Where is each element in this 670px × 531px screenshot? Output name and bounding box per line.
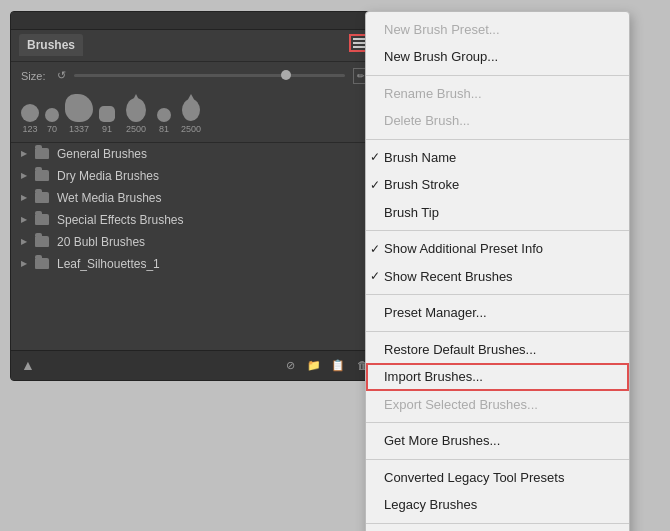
menu-item-import-brushes[interactable]: Import Brushes...	[366, 363, 629, 391]
context-menu: New Brush Preset... New Brush Group... R…	[365, 11, 630, 532]
folder-icon	[35, 258, 49, 269]
brush-shape-4	[99, 106, 115, 122]
brush-preset-4[interactable]: 91	[99, 106, 115, 134]
list-item[interactable]: ▶ Special Effects Brushes	[11, 209, 379, 231]
menu-label: Brush Tip	[384, 203, 439, 223]
list-item[interactable]: ▶ Leaf_Silhouettes_1	[11, 253, 379, 275]
menu-item-get-more-brushes[interactable]: Get More Brushes...	[366, 427, 629, 455]
brush-group-label: Wet Media Brushes	[57, 191, 162, 205]
brush-shape-1	[21, 104, 39, 122]
brush-shape-7	[177, 94, 205, 122]
brush-shape-bottom-icon[interactable]: ▲	[19, 356, 37, 374]
menu-separator	[366, 75, 629, 76]
menu-label: Get More Brushes...	[384, 431, 500, 451]
brush-preset-2[interactable]: 70	[45, 108, 59, 134]
brush-num-4: 91	[102, 124, 112, 134]
menu-label: Restore Default Brushes...	[384, 340, 536, 360]
brush-preset-7[interactable]: 2500	[177, 94, 205, 134]
menu-label: New Brush Group...	[384, 47, 498, 67]
menu-separator	[366, 331, 629, 332]
brush-num-6: 81	[159, 124, 169, 134]
duplicate-icon[interactable]: 📋	[329, 356, 347, 374]
menu-item-restore-default-brushes[interactable]: Restore Default Brushes...	[366, 336, 629, 364]
menu-item-delete-brush: Delete Brush...	[366, 107, 629, 135]
folder-icon	[35, 148, 49, 159]
brush-group-label: Leaf_Silhouettes_1	[57, 257, 160, 271]
menu-label: Converted Legacy Tool Presets	[384, 468, 564, 488]
expand-arrow-icon: ▶	[21, 237, 27, 246]
menu-separator	[366, 523, 629, 524]
brush-preset-6[interactable]: 81	[157, 108, 171, 134]
menu-item-untitled-brushes[interactable]: Untitled Brushes	[366, 528, 629, 532]
checkmark-icon: ✓	[370, 176, 380, 194]
brush-group-label: General Brushes	[57, 147, 147, 161]
menu-label: Brush Name	[384, 148, 456, 168]
menu-item-show-recent-brushes[interactable]: ✓ Show Recent Brushes	[366, 263, 629, 291]
menu-item-new-brush-preset: New Brush Preset...	[366, 16, 629, 44]
menu-item-new-brush-group[interactable]: New Brush Group...	[366, 43, 629, 71]
brush-shape-3	[65, 94, 93, 122]
menu-label: New Brush Preset...	[384, 20, 500, 40]
expand-arrow-icon: ▶	[21, 193, 27, 202]
new-group-icon[interactable]: 📁	[305, 356, 323, 374]
list-item[interactable]: ▶ 20 Bubl Brushes	[11, 231, 379, 253]
menu-label: Export Selected Brushes...	[384, 395, 538, 415]
menu-separator	[366, 230, 629, 231]
brush-shape-6	[157, 108, 171, 122]
panel-top-bar: «	[11, 12, 379, 30]
brush-shape-2	[45, 108, 59, 122]
expand-arrow-icon: ▶	[21, 171, 27, 180]
visibility-icon[interactable]: ⊘	[281, 356, 299, 374]
folder-icon	[35, 170, 49, 181]
menu-item-brush-name[interactable]: ✓ Brush Name	[366, 144, 629, 172]
folder-icon	[35, 214, 49, 225]
menu-separator	[366, 459, 629, 460]
checkmark-icon: ✓	[370, 148, 380, 166]
menu-label: Show Additional Preset Info	[384, 239, 543, 259]
brushes-panel: « Brushes Size: ↺ ✏ 123	[10, 11, 380, 381]
list-item[interactable]: ▶ Wet Media Brushes	[11, 187, 379, 209]
size-reset-icon[interactable]: ↺	[57, 69, 66, 82]
panel-header: Brushes	[11, 30, 379, 62]
menu-separator	[366, 139, 629, 140]
brush-num-2: 70	[47, 124, 57, 134]
panel-tab-brushes[interactable]: Brushes	[19, 34, 83, 56]
size-row: Size: ↺ ✏	[11, 62, 379, 90]
menu-label: Rename Brush...	[384, 84, 482, 104]
expand-arrow-icon: ▶	[21, 149, 27, 158]
menu-item-preset-manager[interactable]: Preset Manager...	[366, 299, 629, 327]
menu-label: Brush Stroke	[384, 175, 459, 195]
folder-icon	[35, 236, 49, 247]
menu-item-brush-stroke[interactable]: ✓ Brush Stroke	[366, 171, 629, 199]
list-item[interactable]: ▶ General Brushes	[11, 143, 379, 165]
brush-preset-5[interactable]: 2500	[121, 94, 151, 134]
menu-item-legacy-brushes[interactable]: Legacy Brushes	[366, 491, 629, 519]
menu-item-export-selected-brushes: Export Selected Brushes...	[366, 391, 629, 419]
brush-num-1: 123	[22, 124, 37, 134]
menu-label: Show Recent Brushes	[384, 267, 513, 287]
checkmark-icon: ✓	[370, 240, 380, 258]
panel-bottom-bar: ▲ ⊘ 📁 📋 🗑	[11, 350, 379, 380]
size-label: Size:	[21, 70, 49, 82]
size-slider[interactable]	[74, 74, 345, 77]
menu-label: Legacy Brushes	[384, 495, 477, 515]
svg-marker-3	[186, 94, 196, 103]
brush-preset-3[interactable]: 1337	[65, 94, 93, 134]
menu-label: Import Brushes...	[384, 367, 483, 387]
menu-item-converted-legacy-tool-presets[interactable]: Converted Legacy Tool Presets	[366, 464, 629, 492]
brush-shape-5	[121, 94, 151, 122]
size-slider-thumb	[281, 70, 291, 80]
menu-separator	[366, 294, 629, 295]
expand-arrow-icon: ▶	[21, 215, 27, 224]
list-item[interactable]: ▶ Dry Media Brushes	[11, 165, 379, 187]
menu-item-rename-brush: Rename Brush...	[366, 80, 629, 108]
brush-num-3: 1337	[69, 124, 89, 134]
brush-preset-1[interactable]: 123	[21, 104, 39, 134]
menu-label: Preset Manager...	[384, 303, 487, 323]
folder-icon	[35, 192, 49, 203]
brush-list: ▶ General Brushes ▶ Dry Media Brushes ▶ …	[11, 143, 379, 275]
brush-num-5: 2500	[126, 124, 146, 134]
menu-item-brush-tip[interactable]: Brush Tip	[366, 199, 629, 227]
brush-num-7: 2500	[181, 124, 201, 134]
menu-item-show-additional-preset-info[interactable]: ✓ Show Additional Preset Info	[366, 235, 629, 263]
